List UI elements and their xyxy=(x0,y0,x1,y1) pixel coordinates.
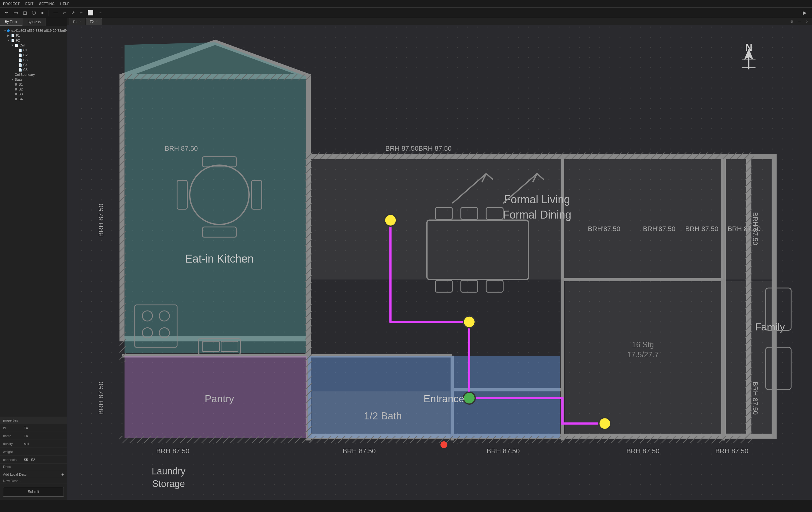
label-stair-dim: 17.5/27.7 xyxy=(627,350,659,359)
tool-arrow[interactable]: ↗ xyxy=(69,9,77,16)
submit-button[interactable]: Submit xyxy=(3,487,64,497)
tool-point[interactable]: ● xyxy=(39,9,46,16)
tab-by-class[interactable]: By Class xyxy=(23,18,46,26)
tool-angle[interactable]: ⌐ xyxy=(62,9,67,16)
tool-rect[interactable]: ▭ xyxy=(12,9,20,16)
new-desc-input[interactable] xyxy=(3,479,64,483)
tree-item-s1[interactable]: S1 xyxy=(0,82,67,87)
waypoint-3[interactable] xyxy=(463,392,475,404)
tree-item-s4[interactable]: S4 xyxy=(0,96,67,102)
menu-bar: PROJECT EDIT SETTING HELP xyxy=(0,0,812,8)
tool-cut[interactable]: ⬜ xyxy=(86,9,95,16)
waypoint-2[interactable] xyxy=(463,316,475,328)
toolbar-separator-1 xyxy=(49,10,49,16)
label-storage: Storage xyxy=(152,478,185,489)
waypoint-1[interactable] xyxy=(384,214,396,226)
tree-s2-label: S2 xyxy=(19,87,23,91)
f1-icon: 📄 xyxy=(11,34,15,37)
cell-expand-icon[interactable]: ▼ xyxy=(11,44,15,47)
tool-polygon[interactable]: ⬡ xyxy=(30,9,37,16)
properties-panel: properties id T4 name T4 duality null we… xyxy=(0,417,67,484)
prop-value-duality: null xyxy=(24,442,64,446)
dim-right: BRH 87.50 xyxy=(752,212,759,245)
tree-root[interactable]: ▼ 🔷 u141c803-c569-3336-a819-20f33adf4bc6 xyxy=(0,28,67,33)
prop-label-id: id xyxy=(3,426,24,430)
fp-tab-f1-close[interactable]: ✕ xyxy=(79,20,81,23)
dim-brh-4: BRH'87.50 xyxy=(643,225,675,233)
tree-item-state[interactable]: ▼ State xyxy=(0,77,67,82)
cell-icon: 📄 xyxy=(15,44,18,47)
menu-setting[interactable]: SETTING xyxy=(39,2,55,5)
tree-container[interactable]: ▼ 🔷 u141c803-c569-3336-a819-20f33adf4bc6… xyxy=(0,26,67,417)
tool-corner[interactable]: ⌐ xyxy=(78,9,84,16)
root-expand-icon[interactable]: ▼ xyxy=(4,29,6,32)
prop-value-name: T4 xyxy=(24,434,64,438)
desc-section: Desc xyxy=(0,464,67,471)
wall-right xyxy=(745,152,752,443)
label-laundry: Laundry xyxy=(152,466,186,477)
menu-project[interactable]: PROJECT xyxy=(3,2,20,5)
menu-help[interactable]: HELP xyxy=(60,2,70,5)
new-desc-row xyxy=(0,478,67,484)
fp-close-button[interactable]: ✕ xyxy=(804,19,810,25)
fp-tab-f2[interactable]: F2 ✕ xyxy=(86,18,102,25)
tree-item-s3[interactable]: S3 xyxy=(0,92,67,96)
fp-tab-f1[interactable]: F1 ✕ xyxy=(69,18,85,25)
tree-item-c1[interactable]: 📄 C1 xyxy=(0,48,67,53)
toolbar: ✒ ▭ ◻ ⬡ ● — ⌐ ↗ ⌐ ⬜ ··· ▶ xyxy=(0,8,812,18)
tool-more[interactable]: ··· xyxy=(97,9,104,16)
f2-expand-icon[interactable]: ▼ xyxy=(7,39,11,42)
c2-icon: 📄 xyxy=(18,54,22,57)
tree-c2-label: C2 xyxy=(23,53,28,57)
fp-restore-button[interactable]: ⧉ xyxy=(789,19,795,25)
prop-label-name: name xyxy=(3,434,24,438)
tree-item-cell[interactable]: ▼ 📄 Cell xyxy=(0,43,67,48)
c1-icon: 📄 xyxy=(18,49,22,52)
tree-item-f2[interactable]: ▼ 📄 F2 xyxy=(0,38,67,43)
label-kitchen: Eat-in Kitchen xyxy=(185,253,254,265)
tree-item-c4[interactable]: 📄 C4 xyxy=(0,62,67,67)
tool-pen[interactable]: ✒ xyxy=(3,9,10,16)
fp-canvas[interactable]: Eat-in Kitchen Formal Living Formal Dini… xyxy=(67,25,812,500)
prop-row-name: name T4 xyxy=(0,432,67,440)
tree-s4-label: S4 xyxy=(19,97,23,101)
tab-by-floor[interactable]: By Floor xyxy=(0,18,23,26)
label-formal-living: Formal Living xyxy=(504,193,570,206)
label-pantry: Pantry xyxy=(205,393,234,404)
f1-expand-icon[interactable]: ▶ xyxy=(7,34,11,37)
tree-f1-label: F1 xyxy=(16,34,20,37)
tree-item-c2[interactable]: 📄 C2 xyxy=(0,53,67,57)
tree-item-c3[interactable]: 📄 C3 xyxy=(0,57,67,62)
tree-c1-label: C1 xyxy=(23,48,28,52)
prop-row-id: id T4 xyxy=(0,424,67,432)
dim-left-2: BRH 87.50 xyxy=(97,381,105,415)
menu-edit[interactable]: EDIT xyxy=(25,2,34,5)
dim-bot-1: BRH 87.50 xyxy=(156,447,189,455)
dim-brh-2: BRH 87.50BRH 87.50 xyxy=(385,145,452,152)
waypoint-4[interactable] xyxy=(599,418,611,429)
tool-square[interactable]: ◻ xyxy=(21,9,28,16)
floorplan-area: F1 ✕ F2 ✕ ⧉ — ✕ xyxy=(67,18,812,500)
tree-root-label: u141c803-c569-3336-a819-20f33adf4bc6 xyxy=(11,29,67,32)
tree-item-s2[interactable]: S2 xyxy=(0,87,67,92)
tree-item-cellboundary[interactable]: CellBoundary xyxy=(0,72,67,77)
add-local-desc-row[interactable]: Add Local Desc + xyxy=(0,471,67,478)
tree-item-c5[interactable]: 📄 C5 xyxy=(0,67,67,72)
root-icon: 🔷 xyxy=(6,29,10,32)
tool-line[interactable]: — xyxy=(52,9,60,16)
state-expand-icon[interactable]: ▼ xyxy=(11,78,15,81)
fp-window-controls: ⧉ — ✕ xyxy=(789,19,810,25)
prop-value-connects: S5 - S2 xyxy=(24,458,64,461)
label-formal-dining: Formal Dining xyxy=(503,208,571,221)
dim-right-2: BRH 87.50 xyxy=(752,381,759,415)
fp-tab-f2-close[interactable]: ✕ xyxy=(96,20,98,23)
fp-tab-bar: F1 ✕ F2 ✕ ⧉ — ✕ xyxy=(67,18,812,25)
fp-minimize-button[interactable]: — xyxy=(796,19,803,25)
add-local-desc-icon[interactable]: + xyxy=(61,472,64,477)
wall-top-right xyxy=(305,152,754,159)
tree-s3-label: S3 xyxy=(19,92,23,96)
run-button[interactable]: ▶ xyxy=(801,9,809,17)
dim-bot-2: BRH 87.50 xyxy=(343,447,376,455)
dim-brh-3: BRH'87.50 xyxy=(588,225,620,233)
tree-item-f1[interactable]: ▶ 📄 F1 xyxy=(0,33,67,38)
